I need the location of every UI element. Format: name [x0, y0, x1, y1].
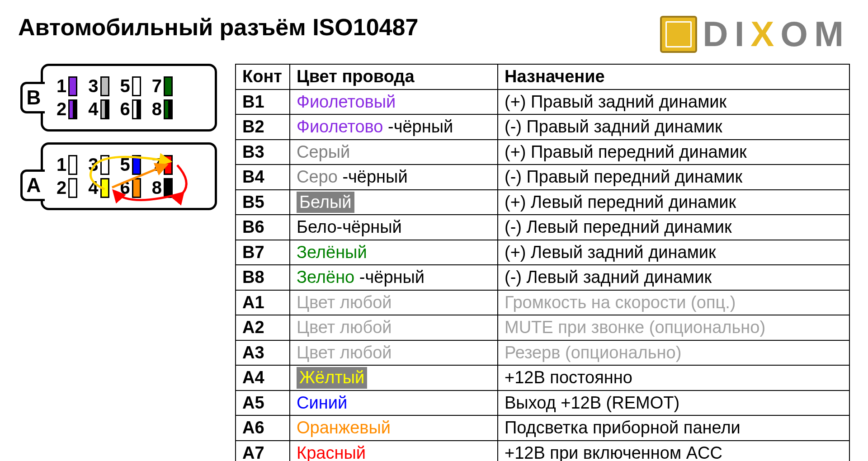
pin-number: 4 — [88, 178, 98, 198]
cell-cont: B6 — [236, 215, 290, 240]
pin-color-box — [164, 99, 173, 119]
cell-purpose: (-) Правый передний динамик — [498, 165, 849, 190]
color-name: Синий — [297, 393, 347, 412]
table-row: B3Серый(+) Правый передний динамик — [236, 140, 849, 165]
color-name: Фиолетовый — [297, 92, 396, 111]
pin-color-box — [100, 99, 109, 119]
pin-color-box — [132, 76, 141, 96]
color-name: Цвет любой — [297, 293, 392, 312]
cell-purpose: (+) Левый задний динамик — [498, 240, 849, 265]
th-color: Цвет провода — [290, 64, 498, 89]
logo-pre: DI — [703, 14, 750, 54]
cell-color: Зелёный — [290, 240, 498, 265]
color-name: Фиолетово — [297, 117, 383, 136]
pin-row: 2468 — [57, 99, 206, 119]
color-name: Зелёный — [297, 243, 367, 262]
cell-cont: A2 — [236, 315, 290, 340]
cell-color: Жёлтый — [290, 365, 498, 390]
cell-purpose: (-) Правый задний динамик — [498, 114, 849, 140]
cell-purpose: (-) Левый передний динамик — [498, 215, 849, 240]
table-row: A1Цвет любойГромкость на скорости (опц.) — [236, 290, 849, 315]
pin-color-box — [164, 178, 173, 198]
cell-color: Бело-чёрный — [290, 215, 498, 240]
table-row: A5СинийВыход +12В (REMOT) — [236, 390, 849, 416]
a-pin-1: 1 — [57, 155, 77, 175]
color-name: Жёлтый — [297, 367, 367, 389]
cell-purpose: (+) Правый передний динамик — [498, 140, 849, 165]
b-pin-6: 6 — [120, 99, 141, 119]
pin-color-box — [132, 155, 141, 175]
cell-cont: A1 — [236, 290, 290, 315]
a-pin-8: 8 — [152, 178, 173, 198]
pin-color-box — [68, 155, 77, 175]
cell-cont: A7 — [236, 441, 290, 461]
th-purpose: Назначение — [498, 64, 849, 89]
cell-cont: B7 — [236, 240, 290, 265]
cell-cont: A6 — [236, 415, 290, 441]
pin-color-box — [132, 99, 141, 119]
a-pin-6: 6 — [120, 178, 141, 198]
b-pin-3: 3 — [88, 76, 109, 96]
color-suffix: -чёрный — [354, 268, 425, 287]
cell-cont: A5 — [236, 390, 290, 416]
color-name: Серый — [297, 142, 350, 161]
pin-row: 1357 — [57, 155, 206, 175]
b-pin-8: 8 — [152, 99, 173, 119]
table-row: B6Бело-чёрный(-) Левый передний динамик — [236, 215, 849, 240]
table-row: B2Фиолетово -чёрный(-) Правый задний дин… — [236, 114, 849, 140]
cell-purpose: MUTE при звонке (опционально) — [498, 315, 849, 340]
cell-purpose: Подсветка приборной панели — [498, 415, 849, 441]
color-name: Бело-чёрный — [297, 217, 402, 236]
pin-number: 3 — [88, 76, 98, 96]
pin-color-box — [100, 76, 109, 96]
b-pin-5: 5 — [120, 76, 141, 96]
pin-color-box — [132, 178, 141, 198]
color-name: Красный — [297, 443, 366, 461]
cell-purpose: (+) Левый передний динамик — [498, 190, 849, 215]
pin-number: 6 — [120, 99, 130, 119]
cell-purpose: Резерв (опционально) — [498, 340, 849, 366]
pin-row: 2468 — [57, 178, 206, 198]
pin-number: 1 — [57, 76, 66, 96]
table-row: B7Зелёный(+) Левый задний динамик — [236, 240, 849, 265]
pin-color-box — [100, 178, 109, 198]
cell-color: Зелёно -чёрный — [290, 265, 498, 290]
pin-number: 2 — [57, 178, 66, 198]
cell-cont: B4 — [236, 165, 290, 190]
pin-number: 1 — [57, 155, 66, 175]
cell-color: Красный — [290, 441, 498, 461]
table-row: B1Фиолетовый(+) Правый задний динамик — [236, 89, 849, 115]
color-name: Серо — [297, 167, 338, 186]
a-pin-3: 3 — [88, 155, 109, 175]
pin-number: 8 — [152, 178, 162, 198]
pin-number: 6 — [120, 178, 130, 198]
pin-number: 4 — [88, 99, 98, 119]
cell-cont: A3 — [236, 340, 290, 366]
cell-cont: A4 — [236, 365, 290, 390]
connector-diagram: B 13572468 A 13572468 — [18, 64, 217, 221]
pin-number: 3 — [88, 155, 98, 175]
table-row: A7Красный+12В при включенном ACC — [236, 441, 849, 461]
color-suffix: -чёрный — [338, 167, 408, 186]
b-pin-4: 4 — [88, 99, 109, 119]
header: Автомобильный разъём ISO10487 DIXOM — [18, 14, 850, 55]
cell-cont: B2 — [236, 114, 290, 140]
logo-text: DIXOM — [703, 14, 850, 55]
a-pin-4: 4 — [88, 178, 109, 198]
pin-number: 2 — [57, 99, 66, 119]
connector-b: B 13572468 — [41, 64, 217, 132]
pin-number: 5 — [120, 155, 130, 175]
pin-number: 8 — [152, 99, 162, 119]
cell-cont: B3 — [236, 140, 290, 165]
cell-purpose: Громкость на скорости (опц.) — [498, 290, 849, 315]
color-name: Цвет любой — [297, 318, 392, 337]
cell-cont: B1 — [236, 89, 290, 115]
color-suffix: -чёрный — [383, 117, 453, 136]
cell-cont: B5 — [236, 190, 290, 215]
pinout-table: Конт Цвет провода Назначение B1Фиолетовы… — [235, 64, 850, 461]
cell-purpose: +12В постоянно — [498, 365, 849, 390]
cell-purpose: (-) Левый задний динамик — [498, 265, 849, 290]
pin-color-box — [68, 99, 77, 119]
b-pin-1: 1 — [57, 76, 77, 96]
table-row: A4Жёлтый+12В постоянно — [236, 365, 849, 390]
